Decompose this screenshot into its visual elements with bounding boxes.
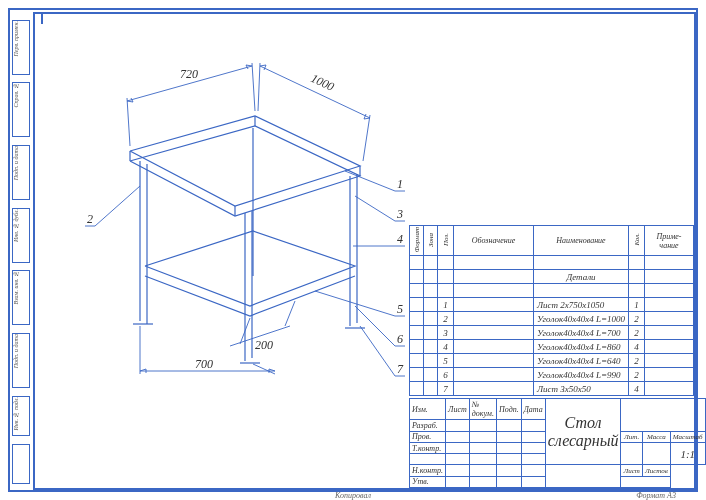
- leader-6: 6: [397, 332, 403, 346]
- stub: Справ. №: [12, 82, 30, 137]
- svg-line-18: [258, 63, 260, 111]
- svg-line-38: [360, 326, 395, 376]
- dim-700: 700: [195, 357, 213, 371]
- table-row: 1Лист 2х750х10501: [410, 298, 694, 312]
- svg-line-36: [355, 306, 395, 346]
- stub: [12, 444, 30, 484]
- svg-line-25: [253, 364, 275, 374]
- leader-1: 1: [397, 177, 403, 191]
- stub: Инв. № подл.: [12, 396, 30, 436]
- table-row: 4Уголок40х40х4 L=8604: [410, 340, 694, 354]
- footer-format: Формат А3: [636, 491, 676, 500]
- dim-1000: 1000: [309, 71, 337, 94]
- stub: Взам. инв. №: [12, 270, 30, 325]
- table-row: 5Уголок40х40х4 L=6402: [410, 354, 694, 368]
- isometric-drawing: 720 1000 200 700 1 2 3 4 5 6 7: [45, 16, 405, 386]
- stub: Инв. № дубл.: [12, 208, 30, 263]
- stub: Подп. и дата: [12, 333, 30, 388]
- leader-3: 3: [396, 207, 403, 221]
- parts-list: Формат Зона Поз. Обозначение Наименовани…: [409, 225, 694, 396]
- dim-720: 720: [180, 67, 198, 81]
- svg-line-19: [363, 115, 370, 161]
- svg-line-34: [315, 291, 395, 316]
- svg-line-16: [252, 63, 255, 111]
- stub: Подп. и дата: [12, 145, 30, 200]
- table-row: 6Уголок40х40х4 L=9902: [410, 368, 694, 382]
- stub: Перв. примен.: [12, 20, 30, 75]
- svg-line-30: [355, 196, 395, 221]
- dim-200: 200: [255, 338, 273, 352]
- svg-line-28: [95, 186, 140, 226]
- leader-2: 2: [87, 212, 93, 226]
- svg-line-22: [285, 301, 295, 326]
- svg-line-26: [345, 171, 395, 191]
- leader-7: 7: [397, 362, 404, 376]
- table-row: 2Уголок40х40х4 L=10002: [410, 312, 694, 326]
- leader-5: 5: [397, 302, 403, 316]
- table-row: 7Лист 3х50х504: [410, 382, 694, 396]
- footer-copy: Копировал: [335, 491, 371, 500]
- table-row: 3Уголок40х40х4 L=7002: [410, 326, 694, 340]
- title-block: Изм. Лист № докум. Подп. Дата Стол слеса…: [409, 398, 694, 488]
- section-title: Детали: [534, 270, 629, 284]
- drawing-title: Стол слесарный: [545, 399, 621, 465]
- svg-line-15: [127, 98, 130, 146]
- leader-4: 4: [397, 232, 403, 246]
